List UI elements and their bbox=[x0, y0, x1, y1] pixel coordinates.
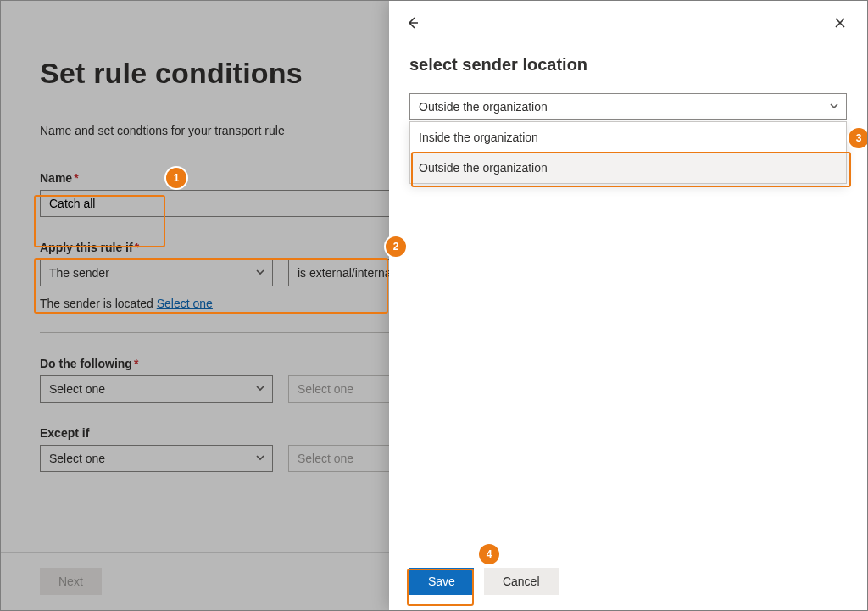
sender-location-panel: select sender location Outside the organ… bbox=[389, 1, 867, 610]
close-button[interactable] bbox=[833, 16, 850, 33]
chevron-down-icon bbox=[255, 266, 265, 280]
except-if-placeholder: Select one bbox=[298, 452, 353, 465]
sender-location-dropdown: Inside the organization Outside the orga… bbox=[409, 121, 847, 184]
panel-footer: Save Cancel bbox=[389, 553, 867, 610]
sender-location-select[interactable]: Outside the organization bbox=[409, 93, 847, 120]
app-frame: Set rule conditions Name and set condtio… bbox=[0, 0, 868, 611]
panel-title: select sender location bbox=[409, 55, 847, 75]
callout-badge-1: 1 bbox=[166, 168, 186, 188]
sender-location-select-wrapper: Outside the organization Inside the orga… bbox=[409, 93, 847, 120]
apply-if-subject-value: The sender bbox=[49, 266, 109, 280]
panel-content: select sender location Outside the organ… bbox=[389, 1, 867, 610]
required-asterisk: * bbox=[74, 171, 78, 185]
do-following-placeholder: Select one bbox=[298, 382, 353, 396]
except-if-value: Select one bbox=[49, 452, 105, 465]
back-button[interactable] bbox=[406, 16, 423, 33]
apply-if-predicate-value: is external/internal bbox=[298, 266, 394, 280]
next-button[interactable]: Next bbox=[40, 568, 102, 595]
apply-if-select-subject[interactable]: The sender bbox=[40, 259, 273, 286]
except-if-select-subject[interactable]: Select one bbox=[40, 445, 273, 472]
required-asterisk: * bbox=[135, 241, 139, 254]
do-following-label-text: Do the following bbox=[40, 357, 132, 370]
required-asterisk: * bbox=[134, 357, 138, 370]
chevron-down-icon bbox=[255, 452, 265, 465]
callout-badge-4: 4 bbox=[479, 544, 499, 564]
hint-prefix: The sender is located bbox=[40, 297, 157, 310]
close-icon bbox=[833, 19, 847, 32]
apply-if-label-text: Apply this rule if bbox=[40, 241, 133, 254]
chevron-down-icon bbox=[829, 100, 839, 114]
save-button[interactable]: Save bbox=[409, 568, 474, 595]
name-label-text: Name bbox=[40, 171, 72, 185]
select-sender-location-link[interactable]: Select one bbox=[157, 297, 213, 310]
sender-location-selected-value: Outside the organization bbox=[419, 100, 548, 114]
callout-badge-2: 2 bbox=[386, 236, 406, 257]
option-label: Inside the organization bbox=[419, 131, 538, 144]
option-inside-org[interactable]: Inside the organization bbox=[410, 122, 846, 153]
chevron-down-icon bbox=[255, 382, 265, 396]
option-outside-org[interactable]: Outside the organization bbox=[410, 153, 846, 183]
cancel-button[interactable]: Cancel bbox=[484, 568, 559, 595]
option-label: Outside the organization bbox=[419, 161, 548, 175]
arrow-left-icon bbox=[406, 19, 420, 32]
do-following-value: Select one bbox=[49, 382, 105, 396]
callout-badge-3: 3 bbox=[849, 128, 868, 148]
do-following-select-action[interactable]: Select one bbox=[40, 375, 273, 403]
